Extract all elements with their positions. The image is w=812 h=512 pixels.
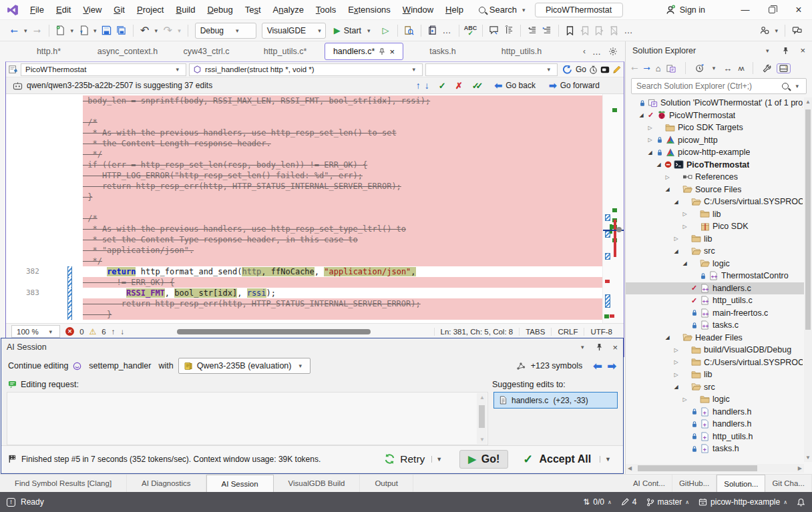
redo-dropdown[interactable]: ▾	[178, 27, 181, 34]
tree-item-lib[interactable]: ▷lib	[626, 233, 812, 246]
scrollbar-annotation-column[interactable]	[602, 94, 624, 323]
go-back-button[interactable]: ⬅ Go back	[494, 80, 535, 91]
retry-button[interactable]: Retry ▼	[384, 453, 442, 465]
undo-button[interactable]: ↶	[138, 23, 152, 38]
navigate-forward-button[interactable]: ⭢	[31, 23, 44, 38]
tree-item-picow-http[interactable]: ▷picow_http	[626, 134, 812, 147]
expander-closed-icon[interactable]: ▷	[672, 347, 680, 353]
previous-step-arrow-icon[interactable]: ⬅	[593, 360, 602, 372]
tab-tasks-h[interactable]: tasks.h	[403, 43, 482, 60]
reject-edit-x-icon[interactable]: ✗	[455, 81, 463, 91]
accept-all-edits-icon[interactable]: ✓✓	[472, 81, 480, 91]
live-share-dropdown[interactable]: ▾	[775, 27, 778, 34]
horizontal-scrollbar[interactable]	[140, 328, 417, 335]
menu-item-tools[interactable]: Tools	[310, 3, 342, 17]
tree-item-tasks-h[interactable]: +tasks.h	[626, 443, 812, 455]
tree-item-pico-sdk-targets[interactable]: ▷Pico SDK Targets	[626, 121, 812, 134]
expander-closed-icon[interactable]: ▷	[672, 236, 680, 242]
previous-bookmark-button[interactable]	[578, 23, 592, 38]
tab-handlers-c-[interactable]: handlers.c*×	[325, 43, 403, 60]
tabs-mode[interactable]: TABS	[519, 328, 551, 336]
tree-item-logic[interactable]: ▷logic	[626, 393, 812, 406]
tool-tab-ai-cont-[interactable]: AI Cont...	[626, 475, 672, 492]
tree-item-lib[interactable]: ▷lib	[626, 208, 812, 221]
new-file-button[interactable]	[54, 23, 67, 38]
next-step-arrow-icon[interactable]: ➡	[608, 360, 616, 372]
menu-item-window[interactable]: Window	[397, 3, 439, 17]
expander-open-icon[interactable]: ◢	[680, 260, 689, 266]
tab-list-button[interactable]: …	[592, 47, 602, 57]
tab-scroll-left-icon[interactable]: ‹	[583, 47, 586, 56]
git-repo-status[interactable]: picow-http-example ∧	[698, 497, 787, 507]
git-sync-status[interactable]: ⇅ 0/0 ∧	[583, 497, 612, 507]
pin-icon[interactable]	[379, 48, 385, 55]
search-dropdown[interactable]: ▾	[795, 83, 799, 89]
tree-item-picow-http-example[interactable]: ◢picow-http-example	[626, 146, 812, 159]
line-endings[interactable]: CRLF	[551, 328, 584, 336]
close-panel-icon[interactable]: ×	[612, 342, 618, 352]
editing-request-input[interactable]: ▲ ▼	[7, 392, 488, 445]
encoding[interactable]: UTF-8	[584, 328, 618, 336]
tree-item-src[interactable]: ◢src	[626, 381, 812, 394]
preview-selected-items-toggle[interactable]	[777, 63, 791, 73]
menu-item-analyze[interactable]: Analyze	[267, 3, 310, 17]
se-forward-button[interactable]: ⭢	[643, 63, 650, 73]
menu-item-help[interactable]: Help	[439, 3, 469, 17]
live-share-button[interactable]	[758, 23, 771, 38]
accept-all-button[interactable]: ✓ Accept All ▼	[523, 452, 611, 467]
properties-wrench-icon[interactable]	[763, 64, 771, 73]
close-button[interactable]: ×	[785, 0, 812, 19]
expander-closed-icon[interactable]: ▷	[680, 397, 689, 403]
expander-closed-icon[interactable]: ▷	[680, 211, 689, 217]
accept-edit-check-icon[interactable]: ✓	[439, 81, 446, 91]
bookmark-overflow-button[interactable]: …	[622, 23, 636, 38]
start-dropdown[interactable]: ▾	[367, 27, 371, 34]
pin-icon[interactable]	[782, 47, 789, 55]
go-button[interactable]: Go	[563, 65, 586, 74]
sync-with-active-document-icon[interactable]: ↔	[723, 63, 732, 73]
expander-open-icon[interactable]: ◢	[637, 112, 646, 118]
open-file-button[interactable]	[77, 23, 90, 38]
expander-closed-icon[interactable]: ▷	[663, 174, 672, 180]
filter-dropdown[interactable]: ▾	[713, 65, 716, 71]
tree-item-c-users-virtual-sysproc[interactable]: ▷C:/Users/virtual.SYSPROC	[626, 356, 812, 369]
tab-http-utils-c-[interactable]: http_utils.c*	[246, 43, 325, 60]
git-branch-status[interactable]: master ∧	[646, 497, 690, 507]
tree-item-lib[interactable]: ▷lib	[626, 368, 812, 381]
expander-closed-icon[interactable]: ▷	[680, 224, 689, 230]
expander-open-icon[interactable]: ◢	[672, 384, 680, 390]
next-edit-arrow-icon[interactable]: ↓	[425, 80, 429, 91]
increase-indent-button[interactable]	[540, 23, 554, 38]
tool-tab-github-[interactable]: GitHub...	[672, 475, 717, 492]
tool-tab-solution-[interactable]: Solution...	[717, 475, 765, 492]
request-scrollbar[interactable]: ▲ ▼	[477, 393, 487, 444]
previous-issue-arrow-icon[interactable]: ↑	[112, 328, 116, 336]
minimize-button[interactable]: —	[732, 0, 759, 19]
solution-search-input[interactable]: Search Solution Explorer (Ctrl+;) ▾	[631, 78, 807, 94]
previous-edit-arrow-icon[interactable]: ↑	[416, 80, 421, 91]
tab-cyw43-ctrl-c[interactable]: cyw43_ctrl.c	[167, 43, 246, 60]
tree-item-logic[interactable]: ◢logic	[626, 258, 812, 270]
tree-item-solution-picowthermostat-1-of-1-projec[interactable]: Solution 'PicoWThermostat' (1 of 1 proje…	[626, 97, 812, 109]
comment-button[interactable]	[487, 23, 501, 38]
tool-tab-output[interactable]: Output	[360, 475, 413, 492]
open-file-dropdown[interactable]: ▾	[93, 27, 97, 34]
member-combo[interactable]: ▾	[425, 63, 558, 76]
close-panel-icon[interactable]: ×	[800, 45, 805, 55]
menu-item-test[interactable]: Test	[239, 3, 267, 17]
tree-item-picowthermostat[interactable]: ◢✓PicoWThermostat	[626, 109, 812, 122]
save-button[interactable]	[100, 23, 114, 38]
solution-tree-horizontal-scrollbar[interactable]: ◀▶	[626, 464, 804, 473]
menu-item-project[interactable]: Project	[131, 3, 170, 17]
expander-open-icon[interactable]: ◢	[654, 162, 663, 168]
tree-item-source-files[interactable]: ◢Source Files	[626, 184, 812, 196]
solution-explorer-shortcut-button[interactable]	[426, 23, 439, 38]
tree-item-build-visualgdb-debug[interactable]: ▷build/VisualGDB/Debug	[626, 344, 812, 356]
pending-changes-filter-icon[interactable]	[695, 63, 704, 73]
tree-item-src[interactable]: ◢src	[626, 245, 812, 258]
save-all-button[interactable]	[115, 23, 128, 38]
debug-profile-combo[interactable]: VisualGDE ▾	[262, 23, 326, 39]
solution-configuration-combo[interactable]: Debug ▾	[195, 23, 256, 39]
tree-item-c-users-virtual-sysproc[interactable]: ◢C:/Users/virtual.SYSPROC	[626, 196, 812, 208]
se-back-button[interactable]: ⭠	[631, 63, 638, 73]
